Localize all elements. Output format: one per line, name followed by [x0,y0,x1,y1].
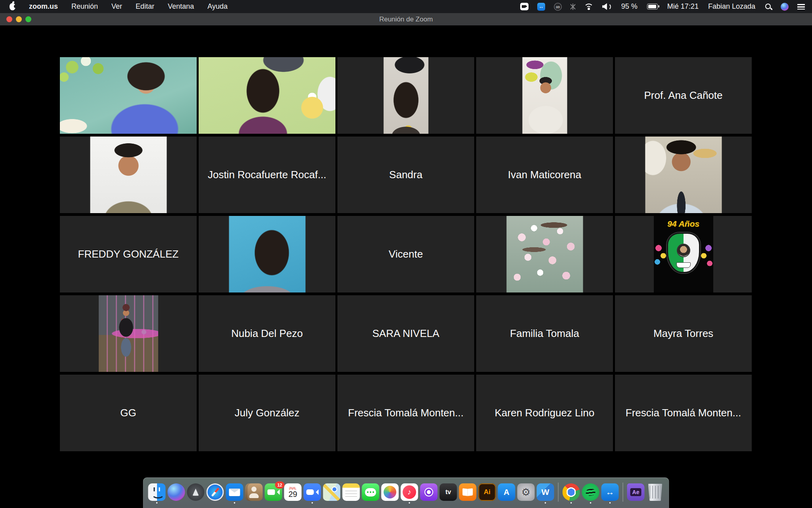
participant-tile-r4c1[interactable] [60,295,197,372]
teamviewer-icon[interactable]: ↔ [537,3,545,11]
window-title-bar[interactable]: Reunión de Zoom [0,13,812,25]
teamviewer-icon[interactable]: ↔ [601,483,619,501]
volume-icon[interactable] [602,3,612,10]
menu-reunion[interactable]: Reunión [71,2,98,11]
participant-tile-prof-ana-canote[interactable]: Prof. Ana Cañote [615,57,752,134]
dock-item-notes[interactable] [343,483,360,501]
minimize-window-button[interactable] [16,16,22,22]
dock-item-illustrator[interactable]: Ai [479,483,496,501]
video-camera-icon[interactable] [520,3,529,10]
participant-tile-r1c2[interactable] [199,57,335,134]
dock-item-appstore[interactable]: A [498,483,515,501]
close-window-button[interactable] [6,16,12,22]
wifi-icon[interactable] [584,3,594,10]
clock-label[interactable]: Mié 17:21 [667,2,699,11]
dock-item-zoom[interactable] [304,483,321,501]
trash-icon[interactable] [647,483,664,501]
dock-item-appletv[interactable]: tv [440,483,457,501]
participant-tile-freddy-gonzalez[interactable]: FREDDY GONZÁLEZ [60,216,197,292]
dock-item-mail[interactable] [226,483,243,501]
dock-item-facetime[interactable]: 12 [265,483,282,501]
bluetooth-icon[interactable] [571,4,575,10]
menu-ventana[interactable]: Ventana [168,2,194,11]
maps-icon[interactable] [323,483,341,501]
notification-list-icon[interactable] [797,4,805,10]
dock-item-books[interactable] [459,483,477,501]
user-name-label[interactable]: Fabian Lozada [708,2,755,11]
participant-tile-karen-rodriguez-lino[interactable]: Karen Rodriguez Lino [476,375,613,451]
adobe-creative-cloud-icon[interactable]: ∞ [554,3,562,11]
spotify-icon[interactable] [582,483,599,501]
participant-tile-mayra-torres[interactable]: Mayra Torres [615,295,752,372]
dock-item-spotify[interactable] [582,483,599,501]
participant-tile-ivan-maticorena[interactable]: Ivan Maticorena [476,137,613,213]
music-icon[interactable]: ♪ [401,483,418,501]
illustrator-icon[interactable]: Ai [479,483,496,501]
dock-item-teamviewer[interactable]: ↔ [601,483,619,501]
notes-icon[interactable] [343,483,360,501]
contacts-icon[interactable] [245,483,263,501]
participant-tile-familia-tomala[interactable]: Familia Tomala [476,295,613,372]
word-icon[interactable]: W [537,483,554,501]
mail-icon[interactable] [226,483,243,501]
apple-menu-icon[interactable] [10,3,15,10]
podcasts-icon[interactable] [420,483,438,501]
photos-icon[interactable] [381,483,399,501]
calendar-icon[interactable]: JUL29 [284,483,302,501]
dock-item-system-preferences[interactable]: ⚙ [517,483,535,501]
participant-tile-r2c1[interactable] [60,137,197,213]
after-effects-folder-icon[interactable]: Ae [627,483,645,501]
participant-tile-sandra[interactable]: Sandra [337,137,474,213]
dock-item-safari[interactable] [207,483,224,501]
participant-tile-frescia-tomala-monten[interactable]: Frescia Tomalá Monten... [615,375,752,451]
siri-icon[interactable] [168,483,185,501]
zoom-icon[interactable] [304,483,321,501]
zoom-window-button[interactable] [25,16,31,22]
menu-ayuda[interactable]: Ayuda [207,2,228,11]
participant-tile-nubia-del-pezo[interactable]: Nubia Del Pezo [199,295,335,372]
participant-tile-r1c3[interactable] [337,57,474,134]
participant-tile-july-gonzalez[interactable]: July González [199,375,335,451]
dock-item-maps[interactable] [323,483,341,501]
menu-app-name[interactable]: zoom.us [29,2,58,11]
participant-tile-r3c5[interactable]: 94 Años [615,216,752,292]
dock-item-after-effects-folder[interactable]: Ae [627,483,645,501]
participant-tile-vicente[interactable]: Vicente [337,216,474,292]
books-icon[interactable] [459,483,477,501]
launchpad-icon[interactable] [187,483,205,501]
appletv-icon[interactable]: tv [440,483,457,501]
participant-tile-r3c2[interactable] [199,216,335,292]
spotlight-search-icon[interactable] [765,3,772,10]
dock-item-finder[interactable] [148,483,166,501]
dock-item-calendar[interactable]: JUL29 [284,483,302,501]
participant-tile-r2c5[interactable] [615,137,752,213]
safari-icon[interactable] [207,483,224,501]
participant-tile-jostin-rocafuerte-rocaf[interactable]: Jostin Rocafuerte Rocaf... [199,137,335,213]
battery-icon[interactable] [647,4,658,10]
participant-tile-gg[interactable]: GG [60,375,197,451]
participant-tile-r1c1[interactable] [60,57,197,134]
menu-editar[interactable]: Editar [136,2,154,11]
dock-item-trash[interactable] [647,483,664,501]
chrome-icon[interactable] [563,483,580,501]
siri-icon[interactable] [781,3,789,11]
participant-tile-frescia-tomala-monten[interactable]: Frescia Tomalá Monten... [337,375,474,451]
system-preferences-icon[interactable]: ⚙ [517,483,535,501]
appstore-icon[interactable]: A [498,483,515,501]
finder-icon[interactable] [148,483,166,501]
dock-item-photos[interactable] [381,483,399,501]
menu-ver[interactable]: Ver [111,2,122,11]
participant-tile-r3c4[interactable] [476,216,613,292]
dock-item-contacts[interactable] [245,483,263,501]
dock-item-word[interactable]: W [537,483,554,501]
dock-item-siri[interactable] [168,483,185,501]
participant-tile-sara-nivela[interactable]: SARA NIVELA [337,295,474,372]
dock-item-music[interactable]: ♪ [401,483,418,501]
dock-item-podcasts[interactable] [420,483,438,501]
dock-item-messages[interactable] [362,483,379,501]
messages-icon[interactable] [362,483,379,501]
dock-item-chrome[interactable] [563,483,580,501]
dock-item-launchpad[interactable] [187,483,205,501]
video-feed-woman-green-wall-cartoon-drawings [199,57,335,134]
participant-tile-r1c4[interactable] [476,57,613,134]
